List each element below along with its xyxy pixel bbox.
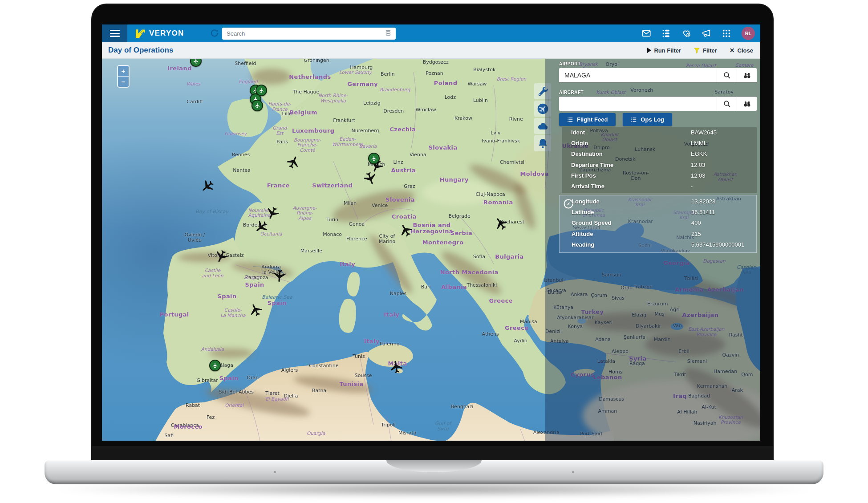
list-icon: [631, 117, 637, 123]
top-navbar: VERYON Search: [102, 24, 760, 42]
aircraft-marker-icon[interactable]: [399, 223, 412, 237]
position-detail-row: Longitude13.82023: [560, 198, 756, 209]
flight-detail-row-label: Destination: [571, 150, 603, 157]
veryon-logo[interactable]: VERYON: [134, 28, 184, 39]
zoom-in-button[interactable]: +: [118, 66, 129, 76]
panel-buttons: Flight Feed Ops Log: [559, 113, 672, 126]
flight-feed-button[interactable]: Flight Feed: [559, 113, 616, 126]
flight-detail-row: Arrival Time-: [562, 183, 757, 194]
ops-log-button[interactable]: Ops Log: [623, 113, 672, 126]
apps-grid-icon[interactable]: [722, 28, 731, 38]
zoom-out-button[interactable]: −: [118, 76, 129, 87]
flight-detail-row-value: BAW2645: [691, 129, 717, 136]
position-detail-row-label: Ground Speed: [572, 219, 612, 226]
close-button[interactable]: ✕ Close: [730, 47, 753, 54]
airport-search-row: [559, 68, 757, 82]
laptop-notch: [386, 460, 482, 472]
aircraft-marker-icon[interactable]: [287, 155, 300, 169]
flight-detail-row-value: -: [691, 183, 693, 190]
flight-detail-row-label: Origin: [571, 140, 588, 146]
run-filter-button[interactable]: Run Filter: [647, 47, 681, 54]
hamburger-menu-button[interactable]: [102, 24, 127, 42]
laptop-hinge: [91, 446, 774, 461]
veryon-logo-icon: [134, 28, 146, 39]
airport-search-icon[interactable]: [717, 68, 737, 82]
laptop-screen-bezel: VERYON Search: [91, 4, 774, 461]
position-detail-row: Latitude36.51411: [560, 209, 756, 219]
map-zoom-control: + −: [117, 65, 130, 88]
aircraft-marker-icon[interactable]: [255, 220, 268, 234]
filter-button[interactable]: Filter: [694, 47, 717, 54]
base-screw: [572, 471, 574, 473]
aircraft-marker-icon[interactable]: [249, 303, 262, 316]
airport-binoculars-icon[interactable]: [737, 68, 757, 82]
airport-cluster-marker-icon[interactable]: [209, 360, 221, 371]
flight-detail-row: First Pos12:03: [562, 172, 757, 183]
flight-detail-row-label: Departure Time: [571, 162, 613, 168]
operations-map[interactable]: IrelandEnglandWalesSheffieldCardiffGuern…: [102, 59, 760, 441]
aircraft-search-input[interactable]: [559, 97, 717, 111]
aircraft-binoculars-icon[interactable]: [737, 97, 757, 111]
aircraft-marker-icon[interactable]: [389, 360, 403, 373]
logo-text: VERYON: [149, 29, 184, 38]
position-detail-row-label: Longitude: [572, 198, 600, 205]
user-avatar[interactable]: RL: [742, 27, 755, 40]
page-title: Day of Operations: [108, 46, 173, 55]
queue-icon[interactable]: [661, 28, 671, 38]
aircraft-marker-icon[interactable]: [266, 207, 279, 220]
position-detail-row-label: Latitude: [572, 209, 594, 215]
header-actions: Run Filter Filter ✕ Close: [647, 47, 753, 54]
flight-detail-row-value: LMML: [691, 140, 707, 146]
aircraft-marker-icon[interactable]: [201, 180, 214, 193]
airport-field-label: AIRPORT: [559, 61, 581, 66]
flight-detail-row: IdentBAW2645: [562, 129, 757, 140]
aircraft-marker-icon[interactable]: [273, 269, 286, 283]
laptop-base: [45, 460, 823, 484]
aircraft-field-label: AIRCRAFT: [559, 90, 584, 95]
search-placeholder: Search: [222, 30, 384, 37]
database-icon: [384, 29, 396, 39]
position-detail-row-value: 13.82023: [691, 198, 715, 205]
flight-detail-row-value: 12:03: [691, 162, 706, 168]
play-icon: [647, 48, 651, 53]
flight-detail-row-label: First Pos: [571, 172, 596, 179]
flight-detail-row-value: 12:03: [691, 172, 706, 179]
funnel-icon: [694, 47, 700, 54]
position-detail-row: Heading5.637415900000001: [560, 241, 756, 252]
favorites-check-icon[interactable]: [681, 28, 691, 38]
position-detail-row-label: Altitude: [572, 231, 593, 237]
aircraft-marker-icon[interactable]: [215, 250, 228, 263]
app-window: VERYON Search: [102, 24, 760, 441]
navbar-icons: RL: [641, 24, 755, 42]
position-detail-row-label: Heading: [572, 241, 594, 248]
aircraft-search-row: [559, 97, 757, 111]
position-detail-row: Altitude215: [560, 231, 756, 241]
position-detail-row-value: 215: [691, 231, 701, 237]
airport-cluster-marker-icon[interactable]: [368, 153, 380, 164]
flight-detail-row: DestinationEGKK: [562, 150, 757, 161]
search-input[interactable]: Search: [222, 28, 396, 40]
close-icon: ✕: [730, 47, 735, 54]
flight-detail-row-value: EGKK: [691, 150, 707, 157]
flight-details-block: IdentBAW2645OriginLMMLDestinationEGKKDep…: [562, 127, 757, 193]
laptop-mockup: VERYON Search: [0, 0, 868, 503]
announcement-icon[interactable]: [702, 28, 711, 38]
airport-search-input[interactable]: [559, 68, 717, 82]
aircraft-marker-icon[interactable]: [494, 217, 507, 230]
flight-detail-row: OriginLMML: [562, 140, 757, 150]
refresh-icon[interactable]: [210, 28, 219, 38]
flight-detail-row-label: Arrival Time: [571, 183, 604, 190]
aircraft-marker-icon[interactable]: [364, 172, 377, 185]
position-detail-row: Ground Speed400: [560, 219, 756, 230]
flight-feed-panel: AIRPORT AIRCRAFT: [545, 59, 760, 441]
flight-detail-row-label: Ident: [571, 129, 585, 136]
page-header: Day of Operations Run Filter Filter ✕: [102, 42, 760, 59]
aircraft-search-icon[interactable]: [717, 97, 737, 111]
position-detail-row-value: 5.637415900000001: [691, 241, 744, 248]
mail-icon[interactable]: [641, 28, 651, 38]
position-details-block: Longitude13.82023Latitude36.51411Ground …: [559, 195, 757, 253]
position-detail-row-value: 36.51411: [691, 209, 715, 215]
position-detail-row-value: 400: [691, 219, 701, 226]
base-screw: [274, 471, 276, 473]
airport-cluster-marker-icon[interactable]: [251, 100, 263, 111]
